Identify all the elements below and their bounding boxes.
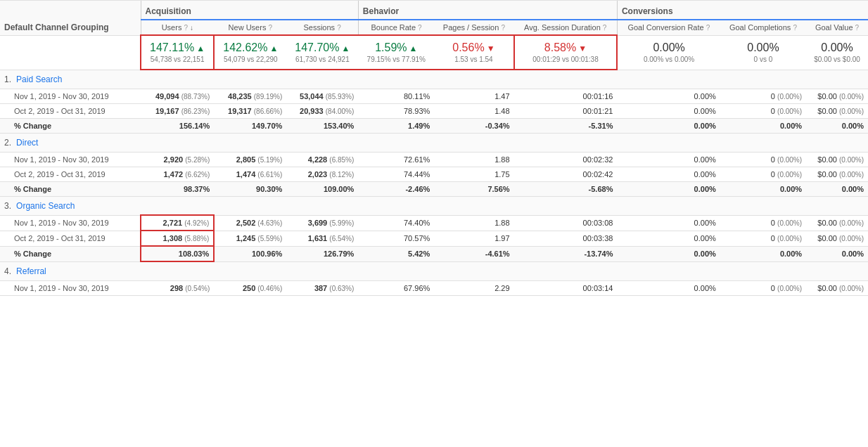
- goal-comp-help-icon[interactable]: ?: [793, 24, 797, 32]
- referral-nov-avg: 00:03:14: [514, 280, 618, 295]
- goal-conv-rate-header: Goal Conversion Rate ?: [617, 20, 720, 35]
- users-sort-icon[interactable]: ↓: [190, 24, 193, 32]
- paid-search-pct-pages: -0.34%: [434, 118, 513, 133]
- direct-nov-date: Nov 1, 2019 - Nov 30, 2019: [0, 152, 141, 167]
- paid-search-oct-gv: $0.00 (0.00%): [806, 103, 868, 118]
- paid-search-oct-avg: 00:01:21: [514, 103, 618, 118]
- organic-search-channel-row: 3. Organic Search: [0, 196, 868, 215]
- direct-pct-avg: -5.68%: [514, 181, 618, 196]
- pages-per-session-header: Pages / Session ?: [434, 20, 513, 35]
- direct-oct-date: Oct 2, 2019 - Oct 31, 2019: [0, 167, 141, 181]
- direct-pct-gc: 0.00%: [720, 181, 806, 196]
- direct-nov-bounce: 72.61%: [358, 152, 434, 167]
- direct-nov-sessions: 4,228 (6.85%): [286, 152, 358, 167]
- paid-search-pct-label: % Change: [0, 118, 141, 133]
- paid-search-oct-pages: 1.48: [434, 103, 513, 118]
- new-users-help-icon[interactable]: ?: [268, 24, 272, 32]
- goal-comp-header: Goal Completions ?: [720, 20, 806, 35]
- organic-nov-new-users: 2,502 (4.63%): [214, 215, 286, 231]
- direct-pct-bounce: -2.46%: [358, 181, 434, 196]
- paid-search-oct-sessions: 20,933 (84.00%): [286, 103, 358, 118]
- organic-oct-row: Oct 2, 2019 - Oct 31, 2019 1,308 (5.88%)…: [0, 231, 868, 246]
- organic-oct-new-users: 1,245 (5.59%): [214, 231, 286, 246]
- paid-search-pct-users: 156.14%: [141, 118, 214, 133]
- summary-new-users: 142.62% ▲ 54,079 vs 22,290: [214, 35, 286, 70]
- paid-search-nov-row: Nov 1, 2019 - Nov 30, 2019 49,094 (88.73…: [0, 89, 868, 103]
- referral-label: 4. Referral: [0, 261, 141, 280]
- organic-nov-row: Nov 1, 2019 - Nov 30, 2019 2,721 (4.92%)…: [0, 215, 868, 231]
- direct-nov-row: Nov 1, 2019 - Nov 30, 2019 2,920 (5.28%)…: [0, 152, 868, 167]
- organic-pct-bounce: 5.42%: [358, 246, 434, 261]
- organic-pct-new-users: 100.96%: [214, 246, 286, 261]
- goal-value-help-icon[interactable]: ?: [855, 24, 860, 32]
- organic-search-label: 3. Organic Search: [0, 196, 141, 215]
- organic-oct-avg: 00:03:38: [514, 231, 618, 246]
- avg-session-help-icon[interactable]: ?: [603, 24, 607, 32]
- avg-session-header: Avg. Session Duration ?: [514, 20, 618, 35]
- organic-nov-gcr: 0.00%: [617, 215, 720, 231]
- users-up-arrow: ▲: [196, 44, 205, 53]
- summary-bounce-rate: 1.59% ▲ 79.15% vs 77.91%: [358, 35, 434, 70]
- direct-oct-new-users: 1,474 (6.61%): [214, 167, 286, 181]
- direct-nov-gcr: 0.00%: [617, 152, 720, 167]
- organic-nov-sessions: 3,699 (5.99%): [286, 215, 358, 231]
- summary-goal-value: 0.00% $0.00 vs $0.00: [806, 35, 868, 70]
- paid-search-nov-gcr: 0.00%: [617, 89, 720, 103]
- referral-nov-users: 298 (0.54%): [141, 280, 214, 295]
- bounce-rate-help-icon[interactable]: ?: [418, 24, 422, 32]
- avg-down-arrow: ▼: [578, 44, 587, 53]
- paid-search-pct-new-users: 149.70%: [214, 118, 286, 133]
- summary-goal-conv-rate: 0.00% 0.00% vs 0.00%: [617, 35, 720, 70]
- paid-search-nov-bounce: 80.11%: [358, 89, 434, 103]
- new-users-header: New Users ?: [214, 20, 286, 35]
- bounce-up-arrow: ▲: [409, 44, 418, 53]
- organic-oct-gcr: 0.00%: [617, 231, 720, 246]
- organic-pct-sessions: 126.79%: [286, 246, 358, 261]
- organic-nov-users: 2,721 (4.92%): [141, 215, 214, 231]
- direct-oct-avg: 00:02:42: [514, 167, 618, 181]
- channel-grouping-header: Default Channel Grouping: [0, 1, 141, 36]
- organic-pct-label: % Change: [0, 246, 141, 261]
- organic-nov-gv: $0.00 (0.00%): [806, 215, 868, 231]
- referral-nov-date: Nov 1, 2019 - Nov 30, 2019: [0, 280, 141, 295]
- behavior-group-header: Behavior: [358, 1, 617, 20]
- referral-nov-sessions: 387 (0.63%): [286, 280, 358, 295]
- organic-pct-row: % Change 108.03% 100.96% 126.79% 5.42% -…: [0, 246, 868, 261]
- paid-search-oct-new-users: 19,317 (86.66%): [214, 103, 286, 118]
- sessions-help-icon[interactable]: ?: [337, 24, 341, 32]
- summary-goal-comp: 0.00% 0 vs 0: [720, 35, 806, 70]
- goal-conv-help-icon[interactable]: ?: [706, 24, 710, 32]
- referral-nov-new-users: 250 (0.46%): [214, 280, 286, 295]
- conversions-group-header: Conversions: [617, 1, 868, 20]
- organic-oct-date: Oct 2, 2019 - Oct 31, 2019: [0, 231, 141, 246]
- paid-search-oct-users: 19,167 (86.23%): [141, 103, 214, 118]
- paid-search-oct-gc: 0 (0.00%): [720, 103, 806, 118]
- direct-pct-sessions: 109.00%: [286, 181, 358, 196]
- direct-oct-gc: 0 (0.00%): [720, 167, 806, 181]
- organic-pct-pages: -4.61%: [434, 246, 513, 261]
- sessions-header: Sessions ?: [286, 20, 358, 35]
- referral-nov-row: Nov 1, 2019 - Nov 30, 2019 298 (0.54%) 2…: [0, 280, 868, 295]
- organic-nov-pages: 1.88: [434, 215, 513, 231]
- goal-value-header: Goal Value ?: [806, 20, 868, 35]
- referral-nov-bounce: 67.96%: [358, 280, 434, 295]
- paid-search-pct-gcr: 0.00%: [617, 118, 720, 133]
- paid-search-pct-sessions: 153.40%: [286, 118, 358, 133]
- direct-nov-new-users: 2,805 (5.19%): [214, 152, 286, 167]
- direct-channel-row: 2. Direct: [0, 133, 868, 152]
- paid-search-nov-gc: 0 (0.00%): [720, 89, 806, 103]
- users-help-icon[interactable]: ?: [184, 24, 188, 32]
- paid-search-nov-sessions: 53,044 (85.93%): [286, 89, 358, 103]
- summary-pages-session: 0.56% ▼ 1.53 vs 1.54: [434, 35, 513, 70]
- pages-help-icon[interactable]: ?: [501, 24, 505, 32]
- organic-oct-gc: 0 (0.00%): [720, 231, 806, 246]
- direct-pct-users: 98.37%: [141, 181, 214, 196]
- paid-search-nov-gv: $0.00 (0.00%): [806, 89, 868, 103]
- group-headers-row: Default Channel Grouping Acquisition Beh…: [0, 1, 868, 20]
- paid-search-oct-bounce: 78.93%: [358, 103, 434, 118]
- referral-nov-gv: $0.00 (0.00%): [806, 280, 868, 295]
- direct-nov-gv: $0.00 (0.00%): [806, 152, 868, 167]
- summary-users: 147.11% ▲ 54,738 vs 22,151: [141, 35, 214, 70]
- direct-oct-users: 1,472 (6.62%): [141, 167, 214, 181]
- new-users-up-arrow: ▲: [269, 44, 278, 53]
